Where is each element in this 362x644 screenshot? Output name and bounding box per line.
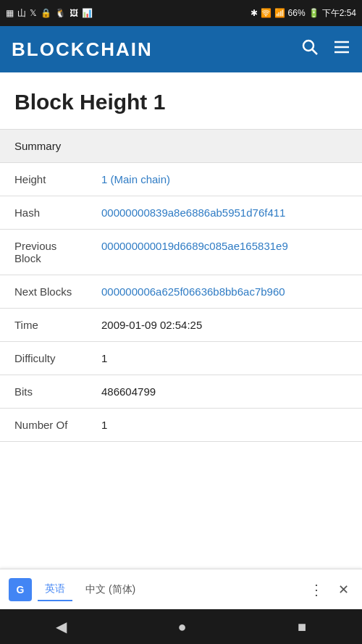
translate-more-button[interactable]: ⋮ bbox=[305, 577, 328, 603]
source-language-button[interactable]: 英语 bbox=[38, 578, 72, 601]
header-icons bbox=[301, 38, 350, 60]
page-title-section: Block Height 1 bbox=[0, 72, 362, 129]
row-label-number-of: Number Of bbox=[0, 409, 87, 442]
status-icon-qq: 🐧 bbox=[55, 8, 66, 18]
wifi-icon: 🛜 bbox=[261, 8, 272, 18]
summary-header-row: Summary bbox=[0, 130, 362, 163]
status-bar-right: ✱ 🛜 📶 66% 🔋 下午2:54 bbox=[251, 7, 356, 20]
table-row: Height 1 (Main chain) bbox=[0, 163, 362, 196]
search-icon[interactable] bbox=[301, 38, 319, 60]
row-value-number-of: 1 bbox=[87, 409, 362, 442]
status-icon-twitter: 𝕏 bbox=[30, 8, 37, 18]
height-link[interactable]: 1 (Main chain) bbox=[101, 173, 170, 185]
row-label-hash: Hash bbox=[0, 196, 87, 230]
home-button[interactable]: ● bbox=[160, 613, 203, 641]
status-icon-lock: 🔒 bbox=[41, 8, 51, 18]
row-label-difficulty: Difficulty bbox=[0, 342, 87, 375]
table-row: Previous Block 000000000019d6689c085ae16… bbox=[0, 230, 362, 275]
status-icon-image: 🖼 bbox=[70, 8, 78, 18]
nav-bar: ◀ ● ■ bbox=[0, 609, 362, 644]
row-label-previous-block: Previous Block bbox=[0, 230, 87, 275]
signal-icon: 📶 bbox=[274, 8, 285, 18]
table-row: Number Of 1 bbox=[0, 409, 362, 442]
previous-block-link[interactable]: 000000000019d6689c085ae165831e9 bbox=[101, 240, 333, 252]
google-translate-icon: G bbox=[9, 578, 32, 601]
menu-icon[interactable] bbox=[333, 38, 350, 60]
back-button[interactable]: ◀ bbox=[38, 612, 84, 641]
summary-table: Summary Height 1 (Main chain) Hash 00000… bbox=[0, 129, 362, 442]
status-bar-left: ▦ 山 𝕏 🔒 🐧 🖼 📊 bbox=[6, 7, 93, 20]
row-label-next-blocks: Next Blocks bbox=[0, 275, 87, 309]
table-row: Time 2009-01-09 02:54:25 bbox=[0, 309, 362, 342]
status-icon-chart: 📊 bbox=[82, 8, 93, 18]
svg-point-0 bbox=[303, 41, 313, 51]
status-icon-signal-bars: 山 bbox=[17, 7, 26, 20]
row-value-bits: 486604799 bbox=[87, 375, 362, 409]
battery-percentage: 66% bbox=[288, 8, 306, 18]
page-content: Block Height 1 Summary Height 1 (Main ch… bbox=[0, 72, 362, 569]
hash-link[interactable]: 00000000839a8e6886ab5951d76f411 bbox=[101, 206, 333, 219]
row-label-height: Height bbox=[0, 163, 87, 196]
table-row: Bits 486604799 bbox=[0, 375, 362, 409]
next-blocks-link[interactable]: 000000006a625f06636b8bb6ac7b960 bbox=[101, 285, 333, 298]
row-value-previous-block[interactable]: 000000000019d6689c085ae165831e9 bbox=[87, 230, 362, 275]
table-row: Difficulty 1 bbox=[0, 342, 362, 375]
summary-header-cell: Summary bbox=[0, 130, 362, 163]
time-display: 下午2:54 bbox=[322, 7, 356, 20]
header: BLOCKCHAIN bbox=[0, 26, 362, 72]
row-label-bits: Bits bbox=[0, 375, 87, 409]
status-icon-battery-small: ▦ bbox=[6, 8, 14, 18]
row-value-height[interactable]: 1 (Main chain) bbox=[87, 163, 362, 196]
svg-line-1 bbox=[313, 50, 318, 55]
target-language-button[interactable]: 中文 (简体) bbox=[78, 579, 143, 601]
recent-apps-button[interactable]: ■ bbox=[280, 613, 324, 641]
page-title: Block Height 1 bbox=[14, 90, 348, 114]
bluetooth-icon: ✱ bbox=[251, 8, 258, 18]
table-row: Next Blocks 000000006a625f06636b8bb6ac7b… bbox=[0, 275, 362, 309]
row-value-next-blocks[interactable]: 000000006a625f06636b8bb6ac7b960 bbox=[87, 275, 362, 309]
status-bar: ▦ 山 𝕏 🔒 🐧 🖼 📊 ✱ 🛜 📶 66% 🔋 下午2:54 bbox=[0, 0, 362, 26]
header-logo: BLOCKCHAIN bbox=[12, 38, 153, 61]
translate-bar: G 英语 中文 (简体) ⋮ ✕ bbox=[0, 569, 362, 609]
translate-close-button[interactable]: ✕ bbox=[334, 577, 353, 602]
row-value-time: 2009-01-09 02:54:25 bbox=[87, 309, 362, 342]
battery-icon: 🔋 bbox=[308, 8, 319, 18]
table-row: Hash 00000000839a8e6886ab5951d76f411 bbox=[0, 196, 362, 230]
row-value-hash[interactable]: 00000000839a8e6886ab5951d76f411 bbox=[87, 196, 362, 230]
row-label-time: Time bbox=[0, 309, 87, 342]
row-value-difficulty: 1 bbox=[87, 342, 362, 375]
